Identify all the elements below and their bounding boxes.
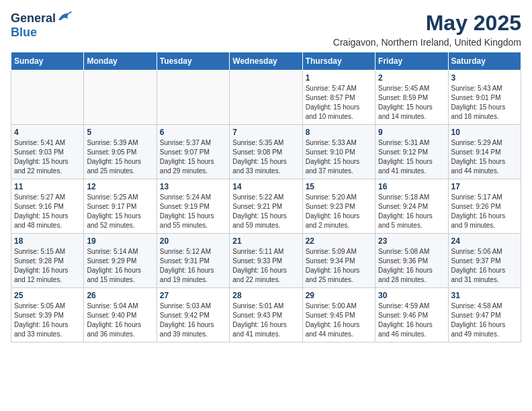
- calendar-cell: 9Sunrise: 5:31 AM Sunset: 9:12 PM Daylig…: [375, 125, 448, 179]
- logo-general-text: General: [11, 11, 56, 26]
- day-info: Sunrise: 5:12 AM Sunset: 9:31 PM Dayligh…: [160, 247, 226, 285]
- day-info: Sunrise: 4:59 AM Sunset: 9:46 PM Dayligh…: [378, 302, 445, 339]
- calendar-cell: [84, 71, 157, 125]
- calendar-cell: 27Sunrise: 5:03 AM Sunset: 9:42 PM Dayli…: [157, 288, 229, 342]
- calendar-cell: 5Sunrise: 5:39 AM Sunset: 9:05 PM Daylig…: [84, 125, 157, 179]
- calendar-week-5: 25Sunrise: 5:05 AM Sunset: 9:39 PM Dayli…: [11, 288, 521, 342]
- weekday-header-monday: Monday: [84, 52, 157, 71]
- day-info: Sunrise: 5:22 AM Sunset: 9:21 PM Dayligh…: [232, 193, 299, 230]
- calendar-cell: 26Sunrise: 5:04 AM Sunset: 9:40 PM Dayli…: [84, 288, 157, 342]
- day-number: 16: [378, 182, 445, 191]
- calendar-cell: 18Sunrise: 5:15 AM Sunset: 9:28 PM Dayli…: [11, 234, 84, 288]
- calendar-cell: 10Sunrise: 5:29 AM Sunset: 9:14 PM Dayli…: [448, 125, 521, 179]
- calendar-cell: 11Sunrise: 5:27 AM Sunset: 9:16 PM Dayli…: [11, 179, 84, 234]
- weekday-header-row: SundayMondayTuesdayWednesdayThursdayFrid…: [11, 52, 521, 71]
- day-number: 23: [378, 236, 445, 246]
- calendar-cell: 28Sunrise: 5:01 AM Sunset: 9:43 PM Dayli…: [230, 288, 302, 342]
- day-info: Sunrise: 5:43 AM Sunset: 9:01 PM Dayligh…: [451, 84, 518, 122]
- calendar-cell: 23Sunrise: 5:08 AM Sunset: 9:36 PM Dayli…: [375, 234, 448, 288]
- day-info: Sunrise: 5:25 AM Sunset: 9:17 PM Dayligh…: [87, 193, 153, 230]
- logo-bird-icon: [57, 11, 72, 26]
- day-number: 30: [378, 291, 445, 300]
- calendar-week-4: 18Sunrise: 5:15 AM Sunset: 9:28 PM Dayli…: [11, 234, 521, 288]
- calendar-body: 1Sunrise: 5:47 AM Sunset: 8:57 PM Daylig…: [11, 71, 521, 342]
- day-info: Sunrise: 5:29 AM Sunset: 9:14 PM Dayligh…: [451, 138, 518, 176]
- calendar-cell: 2Sunrise: 5:45 AM Sunset: 8:59 PM Daylig…: [375, 71, 448, 125]
- day-number: 10: [451, 128, 518, 137]
- calendar-cell: 22Sunrise: 5:09 AM Sunset: 9:34 PM Dayli…: [302, 234, 375, 288]
- day-number: 26: [87, 291, 153, 300]
- day-info: Sunrise: 5:15 AM Sunset: 9:28 PM Dayligh…: [14, 247, 81, 285]
- day-info: Sunrise: 5:18 AM Sunset: 9:24 PM Dayligh…: [378, 193, 445, 230]
- header: General Blue May 2025 Craigavon, Norther…: [11, 11, 521, 48]
- weekday-header-friday: Friday: [375, 52, 448, 71]
- calendar-cell: [230, 71, 302, 125]
- calendar: SundayMondayTuesdayWednesdayThursdayFrid…: [11, 52, 521, 342]
- day-info: Sunrise: 5:14 AM Sunset: 9:29 PM Dayligh…: [87, 247, 153, 285]
- day-info: Sunrise: 5:24 AM Sunset: 9:19 PM Dayligh…: [160, 193, 226, 230]
- calendar-week-2: 4Sunrise: 5:41 AM Sunset: 9:03 PM Daylig…: [11, 125, 521, 179]
- day-number: 1: [306, 73, 372, 83]
- day-info: Sunrise: 4:58 AM Sunset: 9:47 PM Dayligh…: [451, 302, 518, 339]
- day-number: 31: [451, 291, 518, 300]
- day-number: 12: [87, 182, 153, 191]
- day-number: 19: [87, 236, 153, 246]
- day-info: Sunrise: 5:35 AM Sunset: 9:08 PM Dayligh…: [232, 138, 299, 176]
- calendar-header: SundayMondayTuesdayWednesdayThursdayFrid…: [11, 52, 521, 71]
- day-info: Sunrise: 5:01 AM Sunset: 9:43 PM Dayligh…: [232, 302, 299, 339]
- day-info: Sunrise: 5:00 AM Sunset: 9:45 PM Dayligh…: [306, 302, 372, 339]
- day-number: 4: [14, 128, 81, 137]
- calendar-cell: 24Sunrise: 5:06 AM Sunset: 9:37 PM Dayli…: [448, 234, 521, 288]
- day-info: Sunrise: 5:31 AM Sunset: 9:12 PM Dayligh…: [378, 138, 445, 176]
- day-number: 29: [306, 291, 372, 300]
- day-number: 8: [306, 128, 372, 137]
- day-number: 25: [14, 291, 81, 300]
- calendar-cell: 25Sunrise: 5:05 AM Sunset: 9:39 PM Dayli…: [11, 288, 84, 342]
- logo-blue-text: Blue: [11, 26, 37, 39]
- day-number: 22: [306, 236, 372, 246]
- day-info: Sunrise: 5:37 AM Sunset: 9:07 PM Dayligh…: [160, 138, 226, 176]
- day-number: 11: [14, 182, 81, 191]
- logo: General Blue: [11, 11, 72, 40]
- day-info: Sunrise: 5:03 AM Sunset: 9:42 PM Dayligh…: [160, 302, 226, 339]
- calendar-cell: 7Sunrise: 5:35 AM Sunset: 9:08 PM Daylig…: [230, 125, 302, 179]
- day-info: Sunrise: 5:47 AM Sunset: 8:57 PM Dayligh…: [306, 84, 372, 122]
- calendar-cell: 13Sunrise: 5:24 AM Sunset: 9:19 PM Dayli…: [157, 179, 229, 234]
- day-info: Sunrise: 5:17 AM Sunset: 9:26 PM Dayligh…: [451, 193, 518, 230]
- day-info: Sunrise: 5:41 AM Sunset: 9:03 PM Dayligh…: [14, 138, 81, 176]
- day-number: 20: [160, 236, 226, 246]
- day-number: 14: [232, 182, 299, 191]
- calendar-cell: 30Sunrise: 4:59 AM Sunset: 9:46 PM Dayli…: [375, 288, 448, 342]
- calendar-cell: 31Sunrise: 4:58 AM Sunset: 9:47 PM Dayli…: [448, 288, 521, 342]
- calendar-cell: 16Sunrise: 5:18 AM Sunset: 9:24 PM Dayli…: [375, 179, 448, 234]
- calendar-cell: 15Sunrise: 5:20 AM Sunset: 9:23 PM Dayli…: [302, 179, 375, 234]
- weekday-header-saturday: Saturday: [448, 52, 521, 71]
- day-info: Sunrise: 5:39 AM Sunset: 9:05 PM Dayligh…: [87, 138, 153, 176]
- day-number: 28: [232, 291, 299, 300]
- calendar-cell: 3Sunrise: 5:43 AM Sunset: 9:01 PM Daylig…: [448, 71, 521, 125]
- calendar-cell: 6Sunrise: 5:37 AM Sunset: 9:07 PM Daylig…: [157, 125, 229, 179]
- calendar-cell: 20Sunrise: 5:12 AM Sunset: 9:31 PM Dayli…: [157, 234, 229, 288]
- calendar-cell: 29Sunrise: 5:00 AM Sunset: 9:45 PM Dayli…: [302, 288, 375, 342]
- calendar-cell: [157, 71, 229, 125]
- location: Craigavon, Northern Ireland, United King…: [333, 37, 521, 48]
- day-info: Sunrise: 5:27 AM Sunset: 9:16 PM Dayligh…: [14, 193, 81, 230]
- day-number: 13: [160, 182, 226, 191]
- day-info: Sunrise: 5:20 AM Sunset: 9:23 PM Dayligh…: [306, 193, 372, 230]
- day-info: Sunrise: 5:09 AM Sunset: 9:34 PM Dayligh…: [306, 247, 372, 285]
- day-number: 17: [451, 182, 518, 191]
- weekday-header-wednesday: Wednesday: [230, 52, 302, 71]
- day-info: Sunrise: 5:06 AM Sunset: 9:37 PM Dayligh…: [451, 247, 518, 285]
- day-number: 15: [306, 182, 372, 191]
- calendar-week-1: 1Sunrise: 5:47 AM Sunset: 8:57 PM Daylig…: [11, 71, 521, 125]
- day-info: Sunrise: 5:04 AM Sunset: 9:40 PM Dayligh…: [87, 302, 153, 339]
- weekday-header-tuesday: Tuesday: [157, 52, 229, 71]
- day-number: 9: [378, 128, 445, 137]
- calendar-cell: 1Sunrise: 5:47 AM Sunset: 8:57 PM Daylig…: [302, 71, 375, 125]
- calendar-cell: [11, 71, 84, 125]
- weekday-header-thursday: Thursday: [302, 52, 375, 71]
- day-info: Sunrise: 5:05 AM Sunset: 9:39 PM Dayligh…: [14, 302, 81, 339]
- day-info: Sunrise: 5:11 AM Sunset: 9:33 PM Dayligh…: [232, 247, 299, 285]
- day-info: Sunrise: 5:08 AM Sunset: 9:36 PM Dayligh…: [378, 247, 445, 285]
- day-info: Sunrise: 5:45 AM Sunset: 8:59 PM Dayligh…: [378, 84, 445, 122]
